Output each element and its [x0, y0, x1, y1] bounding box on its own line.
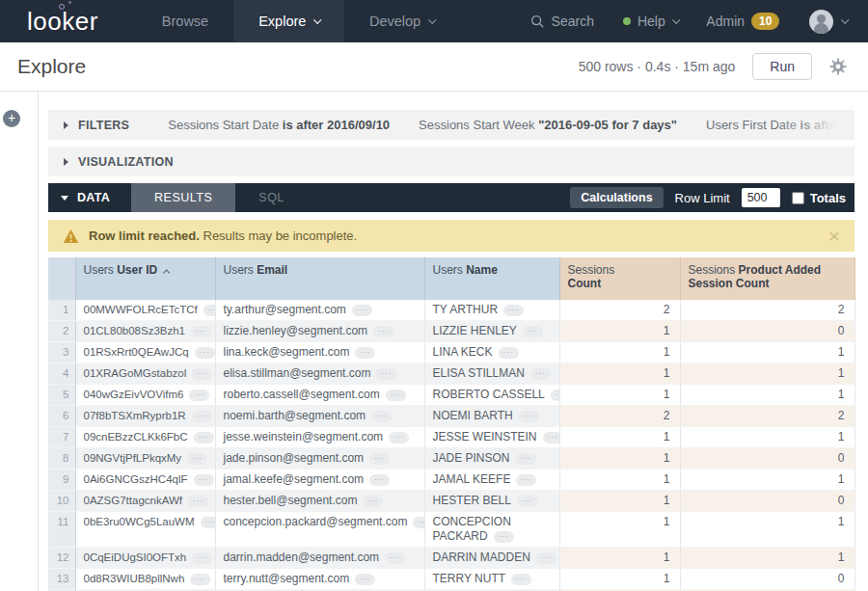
- cell-menu-icon[interactable]: [499, 347, 519, 359]
- cell-menu-icon[interactable]: [386, 390, 406, 401]
- cell-menu-icon[interactable]: [373, 326, 393, 337]
- email-cell: jesse.weinstein@segment.com: [215, 427, 424, 448]
- email-value: hester.bell@segment.com: [224, 494, 358, 507]
- nav-admin[interactable]: Admin 10: [706, 13, 779, 30]
- user-id-value: 09cnEBzzCLKk6FbC: [84, 431, 188, 443]
- cell-menu-icon[interactable]: [516, 474, 536, 486]
- cell-menu-icon[interactable]: [194, 474, 214, 486]
- visualization-toggle[interactable]: VISUALIZATION: [64, 155, 174, 169]
- name-value: DARRIN MADDEN: [433, 551, 530, 564]
- cell-menu-icon[interactable]: [517, 496, 537, 507]
- logo-bubble-icon: [68, 1, 71, 4]
- nav-item-develop[interactable]: Develop: [344, 0, 459, 42]
- filter-item[interactable]: Sessions Start Week "2016-09-05 for 7 da…: [419, 118, 677, 132]
- cell-menu-icon[interactable]: [376, 368, 396, 380]
- cell-menu-icon[interactable]: [192, 368, 212, 380]
- count-cell: 1: [559, 427, 680, 448]
- email-value: elisa.stillman@segment.com: [224, 366, 371, 380]
- data-toggle[interactable]: DATA: [48, 183, 131, 212]
- cell-menu-icon[interactable]: [536, 552, 556, 564]
- column-header[interactable]: Users Name: [424, 257, 559, 300]
- cell-menu-icon[interactable]: [352, 305, 372, 316]
- cell-menu-icon[interactable]: [523, 326, 543, 337]
- cell-menu-icon[interactable]: [369, 453, 390, 465]
- product-added-count-cell: 1: [680, 385, 854, 406]
- count-cell: 1: [559, 569, 680, 590]
- cell-menu-icon[interactable]: [385, 552, 405, 564]
- name-value: LINA KECK: [433, 345, 493, 359]
- cell-menu-icon[interactable]: [511, 574, 531, 585]
- visualization-bar: VISUALIZATION: [48, 147, 854, 176]
- email-value: jesse.weinstein@segment.com: [224, 430, 384, 443]
- cell-menu-icon[interactable]: [543, 432, 559, 443]
- tab-sql[interactable]: SQL: [235, 183, 308, 212]
- row-limit-input[interactable]: [742, 188, 780, 207]
- nav-item-browse[interactable]: Browse: [137, 0, 233, 42]
- column-header[interactable]: Sessions Count: [559, 257, 680, 300]
- cell-menu-icon[interactable]: [363, 496, 383, 507]
- user-id-cell: 01XRAGoMGstabzol: [75, 363, 215, 385]
- product-added-count-cell: 1: [680, 427, 854, 448]
- cell-menu-icon[interactable]: [355, 347, 375, 359]
- cell-menu-icon[interactable]: [371, 411, 392, 422]
- run-button[interactable]: Run: [752, 53, 812, 80]
- avatar: [808, 9, 834, 35]
- filters-bar: FILTERS Sessions Start Date is after 201…: [48, 110, 854, 140]
- column-header[interactable]: Users Email: [215, 257, 424, 300]
- column-header[interactable]: Users User ID: [75, 257, 215, 300]
- nav-search[interactable]: Search: [530, 13, 594, 29]
- totals-checkbox[interactable]: [792, 192, 804, 204]
- count-cell: 1: [559, 491, 680, 512]
- cell-menu-icon[interactable]: [530, 368, 551, 380]
- email-value: roberto.cassell@segment.com: [224, 388, 380, 401]
- calculations-button[interactable]: Calculations: [570, 187, 663, 208]
- cell-menu-icon[interactable]: [389, 432, 409, 443]
- count-cell: 1: [559, 512, 680, 548]
- cell-menu-icon[interactable]: [191, 326, 211, 337]
- column-header[interactable]: Sessions Product Added Session Count: [680, 257, 854, 300]
- cell-menu-icon[interactable]: [188, 496, 208, 507]
- nav-item-explore[interactable]: Explore: [233, 0, 344, 42]
- user-id-value: 09NGVtjPfLPkqxMy: [84, 452, 182, 464]
- warning-bold: Row limit reached.: [89, 228, 200, 243]
- row-number-cell: 1: [48, 300, 75, 321]
- cell-menu-icon[interactable]: [413, 517, 424, 528]
- cell-menu-icon[interactable]: [369, 474, 390, 486]
- cell-menu-icon[interactable]: [192, 552, 212, 564]
- tab-results[interactable]: RESULTS: [131, 183, 235, 212]
- nav-help[interactable]: Help: [623, 13, 677, 29]
- cell-menu-icon[interactable]: [189, 390, 209, 401]
- cell-menu-icon[interactable]: [187, 453, 207, 465]
- close-icon[interactable]: ×: [828, 226, 840, 246]
- row-number-cell: 12: [48, 548, 75, 569]
- nav-account[interactable]: [808, 9, 847, 35]
- expand-field-picker-button[interactable]: +: [3, 110, 20, 127]
- cell-menu-icon[interactable]: [519, 411, 539, 422]
- cell-menu-icon[interactable]: [201, 517, 215, 528]
- filter-item[interactable]: Users First Date is after 2016/09/10: [706, 118, 854, 132]
- cell-menu-icon[interactable]: [503, 305, 524, 316]
- gear-icon[interactable]: [829, 58, 847, 75]
- email-cell: terry.nutt@segment.com: [215, 569, 424, 590]
- cell-menu-icon[interactable]: [194, 432, 214, 443]
- user-id-cell: 01RSxRrt0QEAwJCq: [75, 342, 215, 363]
- cell-menu-icon[interactable]: [190, 574, 210, 585]
- cell-menu-icon[interactable]: [203, 305, 215, 316]
- filter-item[interactable]: Sessions Start Date is after 2016/09/10: [168, 118, 390, 132]
- cell-menu-icon[interactable]: [192, 411, 212, 422]
- product-added-count-cell: 0: [680, 569, 854, 590]
- cell-menu-icon[interactable]: [551, 390, 559, 401]
- filters-toggle[interactable]: FILTERS: [64, 119, 129, 132]
- query-stats: 500 rows · 0.4s · 15m ago: [579, 59, 736, 74]
- row-number-cell: 6: [48, 406, 75, 427]
- row-number-cell: 13: [48, 569, 75, 590]
- data-tabs: RESULTS SQL: [131, 183, 308, 212]
- cell-menu-icon[interactable]: [355, 574, 375, 585]
- cell-menu-icon[interactable]: [494, 531, 514, 543]
- column-group-label: Sessions: [689, 263, 736, 277]
- email-cell: roberto.cassell@segment.com: [215, 385, 424, 406]
- looker-logo[interactable]: looker: [27, 0, 98, 42]
- cell-menu-icon[interactable]: [516, 453, 536, 465]
- cell-menu-icon[interactable]: [195, 347, 215, 359]
- nav-items: Browse Explore Develop: [137, 0, 459, 42]
